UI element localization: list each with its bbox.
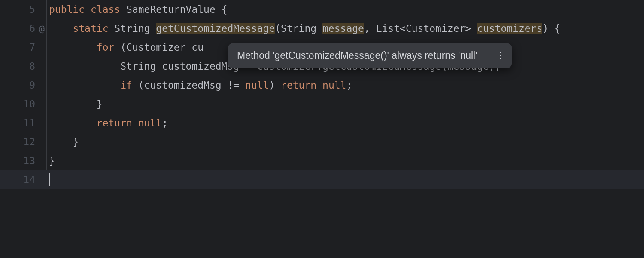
literal-null: null (322, 80, 346, 91)
text-caret (49, 173, 50, 186)
code-line[interactable]: 12 } (0, 132, 644, 151)
code-line[interactable]: 6@ static String getCustomizedMessage(St… (0, 19, 644, 38)
line-number: 14 (23, 174, 35, 185)
code-content[interactable]: } (43, 98, 103, 110)
code-line[interactable]: 9 if (customizedMsg != null) return null… (0, 76, 644, 95)
gutter[interactable]: 6@ (0, 23, 43, 34)
class-name: SameReturnValue (126, 4, 216, 15)
gutter[interactable]: 8 (0, 61, 43, 72)
code-content[interactable]: if (customizedMsg != null) return null; (43, 80, 352, 91)
gutter[interactable]: 7 (0, 42, 43, 53)
keyword-if: if (120, 80, 132, 91)
line-number: 10 (23, 98, 35, 110)
gutter[interactable]: 10 (0, 98, 43, 110)
code-content[interactable] (43, 173, 50, 186)
code-content[interactable]: public class SameReturnValue { (43, 4, 227, 15)
code-line-current[interactable]: 14 (0, 170, 644, 189)
line-number: 5 (24, 4, 35, 15)
keyword-static: static (73, 23, 108, 34)
gutter[interactable]: 14 (0, 174, 43, 185)
param-warning[interactable]: message (322, 23, 364, 34)
line-number: 11 (23, 117, 35, 129)
code-line[interactable]: 10 } (0, 95, 644, 114)
gutter[interactable]: 13 (0, 155, 43, 166)
literal-null: null (138, 117, 162, 129)
code-content[interactable]: } (43, 155, 55, 166)
line-number: 6 (24, 23, 35, 34)
gutter[interactable]: 12 (0, 136, 43, 147)
line-number: 8 (24, 61, 35, 72)
code-line[interactable]: 5 public class SameReturnValue { (0, 0, 644, 19)
code-content[interactable]: } (43, 136, 79, 147)
code-content[interactable]: for (Customizer cu (43, 42, 204, 53)
inspection-tooltip[interactable]: Method 'getCustomizedMessage()' always r… (228, 43, 512, 68)
code-editor[interactable]: 5 public class SameReturnValue { 6@ stat… (0, 0, 644, 189)
gutter[interactable]: 5 (0, 4, 43, 15)
code-line[interactable]: 11 return null; (0, 114, 644, 132)
line-number: 7 (24, 42, 35, 53)
keyword-return: return (97, 117, 132, 129)
param-warning[interactable]: customizers (477, 23, 542, 34)
keyword-return: return (281, 80, 316, 91)
line-number: 13 (23, 155, 35, 166)
line-number: 12 (23, 136, 35, 147)
keyword-class: class (91, 4, 120, 15)
gutter[interactable]: 9 (0, 80, 43, 91)
tooltip-text: Method 'getCustomizedMessage()' always r… (237, 50, 477, 61)
code-content[interactable]: static String getCustomizedMessage(Strin… (43, 23, 560, 34)
method-name-warning[interactable]: getCustomizedMessage (156, 23, 275, 34)
code-content[interactable]: return null; (43, 117, 168, 129)
more-actions-icon[interactable] (498, 51, 503, 60)
line-number: 9 (24, 80, 35, 91)
code-line[interactable]: 13 } (0, 151, 644, 170)
gutter[interactable]: 11 (0, 117, 43, 129)
keyword-for: for (97, 42, 115, 53)
literal-null: null (245, 80, 269, 91)
keyword-public: public (49, 4, 85, 15)
